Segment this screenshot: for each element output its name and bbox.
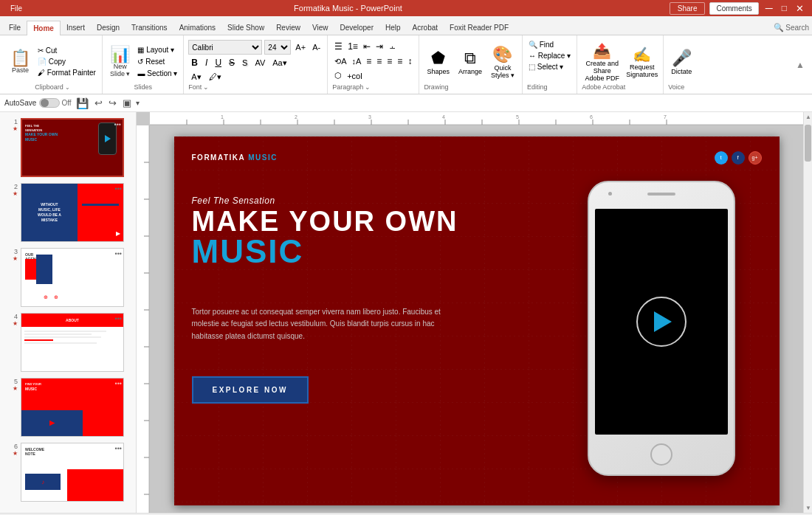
svg-text:6: 6 bbox=[590, 114, 593, 120]
ruler-left bbox=[137, 125, 150, 513]
tab-help[interactable]: Help bbox=[379, 21, 407, 35]
spacing-button[interactable]: AV bbox=[252, 57, 268, 69]
tab-view[interactable]: View bbox=[306, 21, 334, 35]
section-button[interactable]: ▬ Section ▾ bbox=[136, 69, 179, 78]
justify-button[interactable]: ≡ bbox=[395, 55, 405, 68]
bold-button[interactable]: B bbox=[188, 56, 201, 69]
present-button[interactable]: ▣ bbox=[121, 97, 133, 108]
align-left-button[interactable]: ≡ bbox=[364, 55, 374, 68]
slide-thumb-1[interactable]: 1 ★ FEEL THESENSATIONMAKE YOUR OWNMUSIC … bbox=[4, 118, 131, 177]
slide-thumb-2[interactable]: 2 ★ WITHOUTMUSIC, LIFEWOULD BE AMISTAKE … bbox=[4, 183, 131, 242]
slide-more-1[interactable]: ••• bbox=[114, 121, 121, 128]
scroll-thumb[interactable] bbox=[805, 125, 811, 162]
slide-more-4[interactable]: ••• bbox=[115, 315, 122, 322]
qat-dropdown-button[interactable]: ▾ bbox=[136, 99, 140, 107]
font-increase-button[interactable]: A+ bbox=[293, 41, 308, 53]
redo-button[interactable]: ↪ bbox=[107, 97, 118, 108]
share-button[interactable]: Share bbox=[670, 2, 706, 15]
shadow-button[interactable]: S bbox=[239, 57, 250, 69]
italic-button[interactable]: I bbox=[202, 56, 210, 69]
collapse-ribbon-button[interactable]: ▲ bbox=[796, 60, 805, 70]
save-button[interactable]: 💾 bbox=[75, 97, 90, 109]
tab-design[interactable]: Design bbox=[91, 21, 125, 35]
format-painter-button[interactable]: 🖌 Format Painter bbox=[36, 68, 97, 77]
undo-button[interactable]: ↩ bbox=[93, 97, 104, 108]
shapes-button[interactable]: ⬟ Shapes bbox=[424, 47, 453, 77]
search-input[interactable]: Search bbox=[785, 24, 809, 32]
slide-more-3[interactable]: ••• bbox=[115, 250, 122, 258]
request-signatures-button[interactable]: ✍ Request Signatures bbox=[625, 44, 658, 80]
slide-more-2[interactable]: ••• bbox=[115, 185, 122, 193]
highlight-button[interactable]: 🖊▾ bbox=[206, 71, 224, 83]
scroll-up-arrow[interactable]: ▲ bbox=[804, 112, 812, 122]
slide-thumb-5[interactable]: 5 ★ FIND YOURMUSIC ▶ ••• bbox=[4, 378, 131, 437]
maximize-button[interactable]: □ bbox=[780, 3, 789, 13]
select-button[interactable]: ⬚ Select ▾ bbox=[527, 62, 572, 72]
paragraph-group: ☰ 1≡ ⇤ ⇥ ⫠ ⟲A ↕A ≡ ≡ ≡ ≡ ↕ ⬡ +col Paragr… bbox=[328, 35, 419, 94]
tab-animations[interactable]: Animations bbox=[173, 21, 221, 35]
change-case-button[interactable]: Aa▾ bbox=[269, 57, 289, 69]
tab-foxit[interactable]: Foxit Reader PDF bbox=[444, 21, 515, 35]
tab-file[interactable]: File bbox=[3, 21, 27, 35]
font-size-select[interactable]: 24 bbox=[264, 40, 291, 55]
arrange-button[interactable]: ⧉ Arrange bbox=[455, 47, 485, 77]
font-family-select[interactable]: Calibri bbox=[188, 40, 262, 55]
new-slide-button[interactable]: 📊 New Slide ▾ bbox=[107, 45, 134, 79]
slide-description: Tortor posuere ac ut consequat semper vi… bbox=[192, 306, 458, 343]
create-share-pdf-button[interactable]: 📤 Create and Share Adobe PDF bbox=[582, 41, 622, 83]
numbering-button[interactable]: 1≡ bbox=[345, 40, 360, 53]
slide-more-5[interactable]: ••• bbox=[115, 380, 122, 387]
paste-button[interactable]: 📋 Paste bbox=[7, 49, 33, 75]
gplus-icon[interactable]: g+ bbox=[749, 151, 762, 165]
twitter-icon[interactable]: t bbox=[715, 151, 728, 165]
tab-home[interactable]: Home bbox=[27, 21, 61, 35]
quick-styles-button[interactable]: 🎨 Quick Styles ▾ bbox=[488, 44, 517, 80]
facebook-icon[interactable]: f bbox=[732, 151, 745, 165]
smart-art-button[interactable]: ⬡ bbox=[332, 69, 344, 82]
bullets-button[interactable]: ☰ bbox=[332, 40, 345, 53]
font-decrease-button[interactable]: A- bbox=[310, 41, 323, 53]
layout-button[interactable]: ▦ Layout ▾ bbox=[136, 45, 179, 55]
text-dir-button[interactable]: ⟲A bbox=[332, 55, 348, 68]
strikethrough-button[interactable]: S bbox=[226, 56, 238, 69]
font-color-button[interactable]: A▾ bbox=[188, 71, 204, 83]
slide-thumb-4[interactable]: 4 ★ ABOUT ••• bbox=[4, 313, 131, 372]
editing-group-label: Editing bbox=[527, 83, 572, 92]
slide-header: FORMATIKA MUSIC t f g+ bbox=[192, 151, 762, 165]
drawing-group: ⬟ Shapes ⧉ Arrange 🎨 Quick Styles ▾ Draw… bbox=[419, 35, 523, 94]
slide-thumb-6[interactable]: 6 ★ WELCOMENOTE ♪ ••• bbox=[4, 443, 131, 502]
copy-button[interactable]: 📄 Copy bbox=[36, 57, 97, 66]
tab-review[interactable]: Review bbox=[270, 21, 306, 35]
dictate-button[interactable]: 🎤 Dictate bbox=[668, 47, 695, 77]
align-center-button[interactable]: ≡ bbox=[374, 55, 384, 68]
find-button[interactable]: 🔍 Find bbox=[527, 40, 572, 49]
decrease-indent-button[interactable]: ⇤ bbox=[361, 40, 373, 53]
add-col-button[interactable]: +col bbox=[345, 70, 365, 82]
tab-slideshow[interactable]: Slide Show bbox=[221, 21, 270, 35]
close-button[interactable]: ✕ bbox=[794, 3, 806, 14]
scrollbar-right[interactable]: ▲ ▼ bbox=[803, 112, 812, 513]
replace-button[interactable]: ↔ Replace ▾ bbox=[527, 51, 572, 61]
app-menu-file[interactable]: File bbox=[6, 3, 27, 14]
underline-button[interactable]: U bbox=[212, 56, 224, 69]
cut-button[interactable]: ✂ Cut bbox=[36, 46, 97, 55]
slide-thumb-3[interactable]: 3 ★ OURAGENDA ⊕ ⊕ ••• bbox=[4, 248, 131, 307]
comments-button[interactable]: Comments bbox=[709, 2, 758, 15]
acrobat-group-label: Adobe Acrobat bbox=[582, 83, 658, 92]
align-right-button[interactable]: ≡ bbox=[385, 55, 394, 68]
minimize-button[interactable]: ─ bbox=[763, 2, 775, 14]
columns-button[interactable]: ⫠ bbox=[386, 40, 399, 53]
reset-button[interactable]: ↺ Reset bbox=[136, 57, 179, 66]
scroll-down-arrow[interactable]: ▼ bbox=[804, 503, 812, 513]
voice-group: 🎤 Dictate Voice bbox=[664, 35, 701, 94]
text-dir2-button[interactable]: ↕A bbox=[349, 55, 363, 67]
tab-insert[interactable]: Insert bbox=[61, 21, 91, 35]
increase-indent-button[interactable]: ⇥ bbox=[374, 40, 385, 53]
tab-developer[interactable]: Developer bbox=[334, 21, 379, 35]
tab-acrobat[interactable]: Acrobat bbox=[407, 21, 444, 35]
line-spacing-button[interactable]: ↕ bbox=[405, 55, 414, 68]
explore-now-button[interactable]: EXPLORE NOW bbox=[192, 376, 309, 404]
tab-transitions[interactable]: Transitions bbox=[125, 21, 173, 35]
autosave-toggle[interactable]: Off bbox=[39, 98, 71, 108]
slide-more-6[interactable]: ••• bbox=[115, 445, 122, 452]
